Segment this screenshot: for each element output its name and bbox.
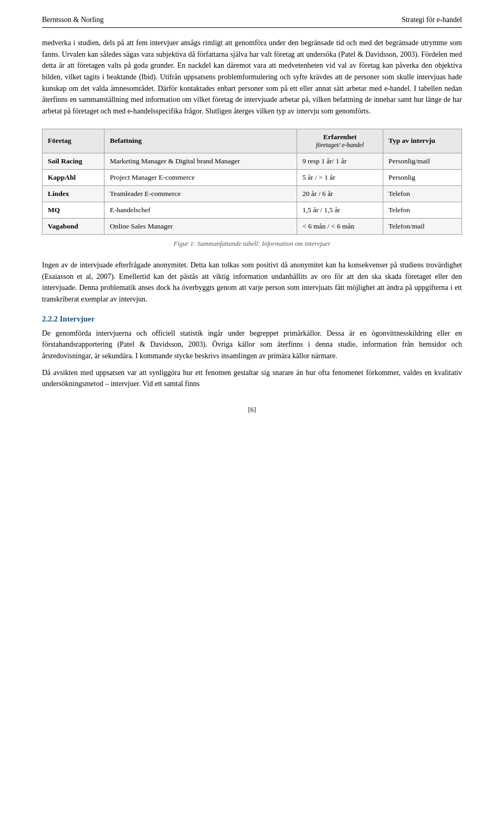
header-left: Berntsson & Norling (42, 16, 103, 24)
interview-table-container: Företag Befattning Erfarenhet företaget/… (42, 129, 462, 235)
erfarenhet-main-label: Erfarenhet (302, 133, 377, 141)
cell-befattning: E-handelschef (104, 202, 297, 218)
table-row: KappAhlProject Manager E-commerce5 år / … (43, 169, 462, 185)
cell-erfarenhet: 5 år / > 1 år (297, 169, 383, 185)
interview-table: Företag Befattning Erfarenhet företaget/… (42, 129, 462, 235)
cell-foretag: Vagabond (43, 218, 104, 234)
cell-foretag: KappAhl (43, 169, 104, 185)
cell-erfarenhet: < 6 mån / < 6 mån (297, 218, 383, 234)
cell-befattning: Online Sales Manager (104, 218, 297, 234)
cell-typ: Telefon/mail (383, 218, 461, 234)
cell-typ: Telefon (383, 185, 461, 202)
intro-paragraph: medverka i studien, dels på att fem inte… (42, 37, 462, 117)
cell-typ: Telefon (383, 202, 461, 218)
cell-befattning: Teamleader E-commerce (104, 185, 297, 202)
table-header-row: Företag Befattning Erfarenhet företaget/… (43, 129, 462, 153)
cell-erfarenhet: 9 resp 1 år/ 1 år (297, 153, 383, 169)
table-row: VagabondOnline Sales Manager< 6 mån / < … (43, 218, 462, 234)
cell-foretag: MQ (43, 202, 104, 218)
cell-erfarenhet: 1,5 år / 1,5 år (297, 202, 383, 218)
header-right: Strategi för e-handel (402, 16, 462, 24)
page-footer: [6] (42, 406, 462, 414)
primary-sources-paragraph: De genomförda intervjuerna och officiell… (42, 328, 462, 362)
col-befattning: Befattning (104, 129, 297, 153)
cell-befattning: Project Manager E-commerce (104, 169, 297, 185)
cell-typ: Personlig/mail (383, 153, 461, 169)
page-number: [6] (248, 406, 256, 413)
qualitative-method-paragraph: Då avsikten med uppsatsen var att synlig… (42, 367, 462, 390)
page: Berntsson & Norling Strategi för e-hande… (0, 0, 504, 821)
page-header: Berntsson & Norling Strategi för e-hande… (42, 16, 462, 28)
cell-erfarenhet: 20 år / 6 år (297, 185, 383, 202)
table-row: Sail RacingMarketing Manager & Digital b… (43, 153, 462, 169)
table-row: MQE-handelschef1,5 år / 1,5 årTelefon (43, 202, 462, 218)
cell-foretag: Lindex (43, 185, 104, 202)
erfarenhet-sub-label: företaget/ e-handel (302, 141, 377, 149)
cell-befattning: Marketing Manager & Digital brand Manage… (104, 153, 297, 169)
col-typ: Typ av intervju (383, 129, 461, 153)
col-erfarenhet: Erfarenhet företaget/ e-handel (297, 129, 383, 153)
figure-caption: Figur 1: Sammanfattande tabell: Informat… (42, 240, 462, 248)
table-body: Sail RacingMarketing Manager & Digital b… (43, 153, 462, 234)
cell-foretag: Sail Racing (43, 153, 104, 169)
col-foretag: Företag (43, 129, 104, 153)
cell-typ: Personlig (383, 169, 461, 185)
section-heading-intervjuer: 2.2.2 Intervjuer (42, 315, 462, 324)
anonymity-paragraph: Ingen av de intervjuade efterfrågade ano… (42, 259, 462, 305)
table-row: LindexTeamleader E-commerce20 år / 6 årT… (43, 185, 462, 202)
